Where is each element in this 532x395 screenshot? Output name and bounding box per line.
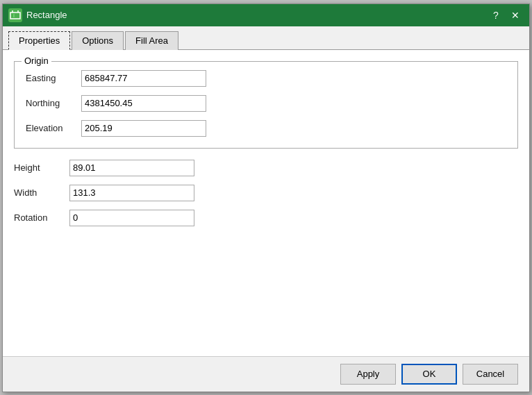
elevation-label: Elevation <box>26 123 81 133</box>
northing-input[interactable] <box>81 95 206 112</box>
rotation-row: Rotation <box>14 210 518 226</box>
elevation-input[interactable] <box>81 120 206 137</box>
help-button[interactable]: ? <box>488 7 504 24</box>
svg-rect-0 <box>10 12 20 19</box>
svg-text:i: i <box>13 13 15 18</box>
tab-properties[interactable]: Properties <box>8 31 70 50</box>
button-bar: Apply OK Cancel <box>3 356 529 392</box>
origin-group: Origin Easting Northing Elevation <box>14 61 518 149</box>
ok-button[interactable]: OK <box>401 364 457 385</box>
window-title: Rectangle <box>26 10 488 20</box>
tab-options[interactable]: Options <box>72 31 124 50</box>
window-controls: ? ✕ <box>488 7 524 24</box>
elevation-row: Elevation <box>26 120 506 137</box>
apply-button[interactable]: Apply <box>340 364 396 385</box>
easting-row: Easting <box>26 70 506 87</box>
northing-row: Northing <box>26 95 506 112</box>
rotation-input[interactable] <box>69 210 194 226</box>
easting-input[interactable] <box>81 70 206 87</box>
width-label: Width <box>14 187 69 198</box>
cancel-button[interactable]: Cancel <box>463 364 518 385</box>
origin-group-title: Origin <box>22 56 51 66</box>
easting-label: Easting <box>26 73 81 83</box>
tab-bar: Properties Options Fill Area <box>3 26 529 50</box>
northing-label: Northing <box>26 98 81 108</box>
close-button[interactable]: ✕ <box>507 7 524 24</box>
rectangle-dialog: i Rectangle ? ✕ Properties Options Fill … <box>2 3 530 392</box>
width-input[interactable] <box>69 185 194 201</box>
tab-fill-area[interactable]: Fill Area <box>125 31 178 50</box>
title-bar: i Rectangle ? ✕ <box>3 4 529 26</box>
rotation-label: Rotation <box>14 212 69 223</box>
width-row: Width <box>14 185 518 201</box>
height-input[interactable] <box>69 160 194 176</box>
content-area: Origin Easting Northing Elevation Height… <box>3 50 529 356</box>
app-icon: i <box>8 8 22 22</box>
height-row: Height <box>14 160 518 176</box>
height-label: Height <box>14 162 69 173</box>
